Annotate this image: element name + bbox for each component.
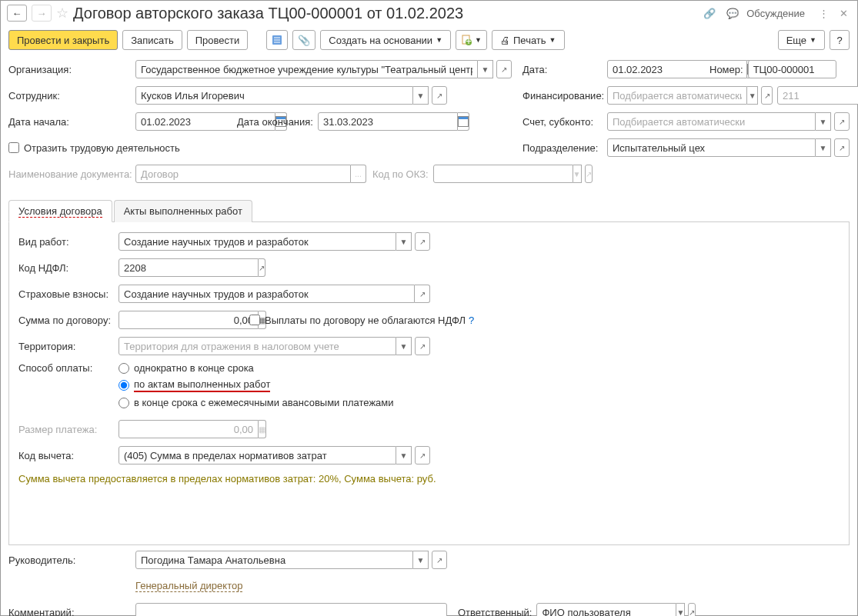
- nav-fwd-button[interactable]: →: [32, 5, 52, 22]
- deduction-note: Сумма вычета предоставляется в пределах …: [18, 473, 840, 484]
- list-icon-button[interactable]: [266, 30, 288, 50]
- post-and-close-button[interactable]: Провести и закрыть: [8, 30, 118, 50]
- kebab-icon[interactable]: ⋮: [816, 8, 832, 19]
- favorite-icon[interactable]: ☆: [56, 5, 68, 22]
- no-ndfl-label: Выплаты по договору не облагаются НДФЛ: [265, 315, 466, 326]
- dept-open-icon[interactable]: ↗: [834, 138, 850, 157]
- ndfl-code-label: Код НДФЛ:: [18, 262, 119, 274]
- fin-label: Финансирование:: [522, 90, 607, 102]
- emp-label: Сотрудник:: [8, 90, 135, 102]
- payment-acts-label: по актам выполненных работ: [134, 378, 270, 392]
- docname-input: [135, 165, 351, 183]
- doc-add-icon-button[interactable]: + ▼: [456, 30, 487, 50]
- org-dropdown-icon[interactable]: ▼: [478, 60, 493, 78]
- territory-input[interactable]: [119, 337, 396, 355]
- fin-input[interactable]: [607, 86, 747, 105]
- manager-dropdown-icon[interactable]: ▼: [413, 551, 429, 569]
- responsible-dropdown-icon[interactable]: ▼: [676, 603, 685, 616]
- payment-once-label: однократно в конце срока: [134, 362, 254, 374]
- work-type-label: Вид работ:: [18, 236, 119, 248]
- start-date-label: Дата начала:: [8, 116, 135, 128]
- more-button[interactable]: Еще ▼: [778, 30, 825, 50]
- close-icon[interactable]: ✕: [836, 8, 851, 19]
- discuss-label[interactable]: Обсуждение: [746, 8, 805, 19]
- responsible-input[interactable]: [536, 603, 676, 616]
- payment-amount-label: Размер платежа:: [18, 424, 119, 435]
- attach-icon-button[interactable]: 📎: [292, 30, 315, 50]
- payment-amount-input: [119, 420, 259, 438]
- manager-input[interactable]: [135, 551, 413, 569]
- work-type-dropdown-icon[interactable]: ▼: [396, 232, 412, 251]
- acct-label: Счет, субконто:: [522, 116, 607, 128]
- org-input[interactable]: [135, 60, 478, 78]
- link-icon[interactable]: 🔗: [700, 8, 719, 19]
- responsible-open-icon[interactable]: ↗: [688, 603, 696, 616]
- end-date-label: Дата окончания:: [237, 116, 313, 128]
- acct-input[interactable]: [607, 112, 816, 131]
- post-button[interactable]: Провести: [187, 30, 249, 50]
- number-label: Номер:: [709, 64, 743, 75]
- payment-once-radio[interactable]: [119, 363, 129, 374]
- fin-dropdown-icon[interactable]: ▼: [747, 86, 758, 105]
- ndfl-code-input[interactable]: [119, 258, 259, 277]
- deduction-open-icon[interactable]: ↗: [415, 446, 430, 464]
- insurance-open-icon[interactable]: ↗: [415, 285, 430, 303]
- territory-open-icon[interactable]: ↗: [415, 337, 430, 355]
- print-button[interactable]: 🖨 Печать ▼: [492, 30, 565, 50]
- payment-monthly-radio[interactable]: [119, 398, 129, 408]
- comment-input[interactable]: [135, 603, 447, 616]
- emp-dropdown-icon[interactable]: ▼: [413, 86, 429, 105]
- payment-amount-calc-icon: ▦: [259, 420, 266, 438]
- save-button[interactable]: Записать: [122, 30, 182, 50]
- territory-dropdown-icon[interactable]: ▼: [396, 337, 412, 355]
- payment-monthly-label: в конце срока с ежемесячными авансовыми …: [134, 397, 394, 408]
- payment-acts-radio[interactable]: [119, 380, 129, 391]
- contract-sum-input[interactable]: [119, 311, 259, 329]
- dept-label: Подразделение:: [522, 142, 607, 154]
- page-title: Договор авторского заказа ТЦ00-000001 от…: [73, 5, 696, 22]
- org-label: Организация:: [8, 64, 135, 75]
- dept-dropdown-icon[interactable]: ▼: [816, 138, 831, 157]
- ndfl-open-icon[interactable]: ↗: [259, 258, 265, 277]
- territory-label: Территория:: [18, 341, 119, 352]
- labor-checkbox[interactable]: [8, 142, 19, 153]
- insurance-input[interactable]: [119, 285, 415, 303]
- end-date-calendar-icon[interactable]: [458, 112, 469, 131]
- emp-input[interactable]: [135, 86, 413, 105]
- okz-label: Код по ОКЗ:: [372, 168, 429, 180]
- payment-method-label: Способ оплаты:: [18, 362, 119, 374]
- nav-back-button[interactable]: ←: [7, 5, 27, 22]
- deduction-code-label: Код вычета:: [18, 450, 119, 461]
- deduction-code-input[interactable]: [119, 446, 396, 464]
- manager-label: Руководитель:: [8, 554, 135, 566]
- create-based-button[interactable]: Создать на основании ▼: [320, 30, 451, 50]
- docname-more-icon: ...: [351, 165, 366, 183]
- work-type-input[interactable]: [119, 232, 396, 251]
- end-date-input[interactable]: [318, 112, 458, 131]
- help-button[interactable]: ?: [830, 30, 850, 50]
- number-input[interactable]: [748, 60, 836, 78]
- docname-label: Наименование документа:: [8, 168, 135, 180]
- acct-open-icon[interactable]: ↗: [834, 112, 850, 131]
- discuss-icon[interactable]: 💬: [723, 8, 742, 19]
- work-type-open-icon[interactable]: ↗: [415, 232, 430, 251]
- tab-work-acts[interactable]: Акты выполненных работ: [114, 200, 252, 222]
- no-ndfl-checkbox[interactable]: [249, 315, 260, 325]
- date-label: Дата:: [522, 64, 607, 75]
- manager-open-icon[interactable]: ↗: [432, 551, 447, 569]
- contract-sum-label: Сумма по договору:: [18, 315, 119, 326]
- fin-code-input[interactable]: [777, 86, 858, 105]
- emp-open-icon[interactable]: ↗: [432, 86, 447, 105]
- svg-text:+: +: [466, 35, 472, 45]
- labor-check-label: Отразить трудовую деятельность: [24, 142, 180, 154]
- no-ndfl-help-icon[interactable]: ?: [469, 315, 474, 326]
- acct-dropdown-icon[interactable]: ▼: [816, 112, 831, 131]
- responsible-label: Ответственный:: [458, 607, 532, 617]
- fin-open-icon[interactable]: ↗: [761, 86, 773, 105]
- tab-contract-terms[interactable]: Условия договора: [8, 200, 112, 222]
- insurance-label: Страховые взносы:: [18, 288, 119, 300]
- dept-input[interactable]: [607, 138, 816, 157]
- org-open-icon[interactable]: ↗: [496, 60, 512, 78]
- manager-position-link[interactable]: Генеральный директор: [135, 580, 242, 592]
- deduction-dropdown-icon[interactable]: ▼: [396, 446, 412, 464]
